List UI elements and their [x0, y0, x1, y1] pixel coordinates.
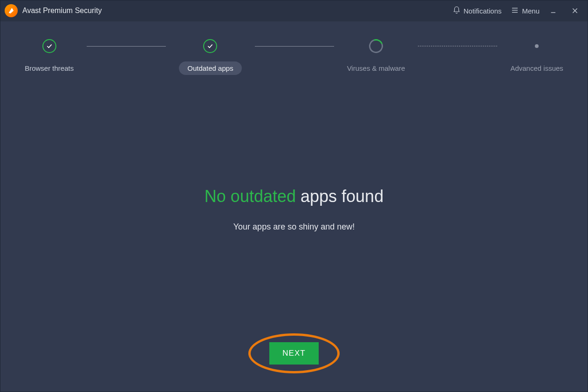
connector: [87, 39, 166, 53]
highlight-ellipse-annotation: NEXT: [248, 333, 340, 373]
notifications-button[interactable]: Notifications: [452, 6, 502, 16]
result-headline: No outdated apps found: [1, 187, 587, 206]
step-label: Advanced issues: [510, 64, 563, 72]
headline-highlight: No outdated: [205, 187, 296, 206]
content-area: Browser threats Outdated apps Viruses & …: [1, 21, 587, 391]
pending-dot-icon: [530, 39, 544, 53]
spinner-icon: [367, 37, 385, 55]
step-viruses-malware: Viruses & malware: [334, 39, 418, 72]
scan-stepper: Browser threats Outdated apps Viruses & …: [1, 39, 587, 75]
bell-icon: [452, 6, 461, 16]
headline-rest: apps found: [296, 187, 383, 206]
step-browser-threats: Browser threats: [12, 39, 87, 72]
titlebar: Avast Premium Security Notifications Men…: [0, 0, 588, 21]
app-logo-icon: [5, 4, 18, 17]
checkmark-icon: [203, 39, 217, 53]
step-label: Browser threats: [25, 64, 74, 72]
step-label-active: Outdated apps: [179, 61, 241, 75]
next-button[interactable]: NEXT: [269, 342, 319, 365]
notifications-label: Notifications: [464, 7, 502, 15]
step-outdated-apps: Outdated apps: [166, 39, 254, 75]
menu-button[interactable]: Menu: [511, 6, 540, 16]
connector: [255, 39, 334, 53]
menu-icon: [511, 6, 519, 16]
checkmark-icon: [42, 39, 56, 53]
result-subline: Your apps are so shiny and new!: [1, 222, 587, 232]
connector: [418, 39, 497, 53]
app-title: Avast Premium Security: [22, 7, 102, 15]
close-button[interactable]: [567, 3, 582, 18]
result-panel: No outdated apps found Your apps are so …: [1, 187, 587, 232]
step-advanced-issues: Advanced issues: [497, 39, 576, 72]
action-area: NEXT: [1, 333, 587, 373]
menu-label: Menu: [522, 7, 540, 15]
step-label: Viruses & malware: [347, 64, 405, 72]
minimize-button[interactable]: [546, 3, 561, 18]
